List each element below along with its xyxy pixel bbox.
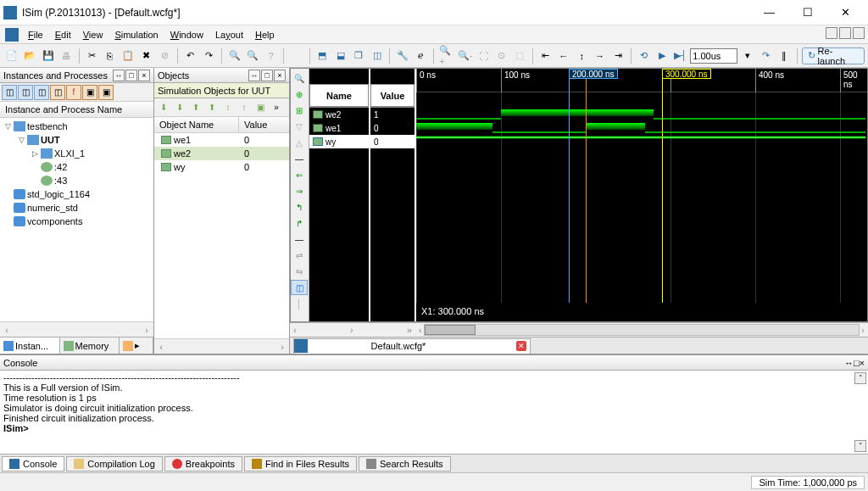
zoom-cursor-button[interactable]: ⊙ bbox=[493, 47, 509, 64]
menu-edit[interactable]: Edit bbox=[49, 28, 77, 42]
scroll-right-icon[interactable]: › bbox=[350, 325, 353, 335]
obj-filter-6-icon[interactable]: ↕ bbox=[236, 100, 252, 115]
tab-find-in-files[interactable]: Find in Files Results bbox=[244, 456, 357, 471]
wave-prev-trans-icon[interactable]: ↰ bbox=[291, 199, 308, 215]
scroll-end-icon[interactable]: » bbox=[407, 325, 412, 335]
cursor-line-blue[interactable] bbox=[569, 79, 570, 303]
wave-name-header[interactable]: Name bbox=[309, 84, 369, 108]
tree-item[interactable]: vcomponents bbox=[0, 215, 153, 228]
close-button[interactable]: ✕ bbox=[826, 1, 865, 25]
new-button[interactable]: 📄 bbox=[3, 47, 19, 64]
wave-snap-icon[interactable]: ◫ bbox=[291, 280, 308, 295]
filter-6-icon[interactable]: ▣ bbox=[82, 85, 97, 100]
wave-measure2-icon[interactable]: ⇆ bbox=[291, 264, 308, 279]
obj-filter-5-icon[interactable]: ↕ bbox=[220, 100, 236, 115]
panel-nav-prev-icon[interactable]: ↔ bbox=[113, 70, 125, 81]
objects-hscroll[interactable]: ‹› bbox=[154, 338, 289, 354]
cursor-marker-yellow[interactable]: 300.000 ns bbox=[662, 69, 711, 79]
col-object-name[interactable]: Object Name bbox=[154, 117, 239, 132]
cursor-line-orange[interactable] bbox=[586, 69, 587, 303]
copy-button[interactable]: ⎘ bbox=[102, 47, 118, 64]
scroll-left-icon[interactable]: ‹ bbox=[293, 325, 297, 335]
break-button[interactable]: ‖ bbox=[776, 47, 792, 64]
cursor-marker-blue[interactable]: 200.000 ns bbox=[569, 69, 618, 79]
tab-breakpoints[interactable]: Breakpoints bbox=[164, 456, 242, 471]
wave-measure-icon[interactable]: ⇄ bbox=[291, 248, 308, 263]
instances-column-header[interactable]: Instance and Process Name bbox=[0, 102, 153, 118]
wave-next-trans-icon[interactable]: ↱ bbox=[291, 215, 308, 231]
obj-filter-4-icon[interactable]: ⬆ bbox=[204, 100, 220, 115]
mdi-restore-icon[interactable] bbox=[839, 27, 851, 39]
cancel-button[interactable]: ⊘ bbox=[157, 47, 173, 64]
wave-cursor-icon[interactable]: │ bbox=[291, 296, 308, 311]
object-row[interactable]: we10 bbox=[154, 133, 289, 147]
zoom-out-button[interactable]: 🔍- bbox=[457, 47, 474, 64]
tab-close-icon[interactable]: ✕ bbox=[516, 341, 526, 351]
window-tile-v-icon[interactable]: ⬓ bbox=[332, 47, 348, 64]
tree-item[interactable]: ▷XLXI_1 bbox=[0, 147, 153, 160]
wave-collapse-icon[interactable]: △ bbox=[291, 135, 308, 150]
console-scroll-down-icon[interactable]: ˅ bbox=[854, 440, 866, 452]
mdi-minimize-icon[interactable] bbox=[826, 27, 837, 39]
tree-item[interactable]: numeric_std bbox=[0, 201, 153, 215]
go-cursor-button[interactable]: ↕ bbox=[574, 47, 590, 64]
run-time-input[interactable] bbox=[690, 48, 737, 64]
wave-addsig-icon[interactable]: ⊞ bbox=[291, 103, 308, 118]
cursor-line-yellow[interactable] bbox=[662, 69, 663, 303]
obj-filter-7-icon[interactable]: ▣ bbox=[253, 100, 268, 115]
wave-signal-name[interactable]: we2 bbox=[309, 108, 369, 121]
wave-ruler[interactable]: 0 ns100 ns200 ns300 ns400 ns500 ns bbox=[416, 69, 867, 92]
plot-scroll-left-icon[interactable]: ‹ bbox=[419, 325, 422, 335]
go-fwd-button[interactable]: → bbox=[592, 47, 608, 64]
find-button[interactable]: 🔍 bbox=[226, 47, 242, 64]
restart-button[interactable]: ⟲ bbox=[636, 47, 652, 64]
redo-button[interactable]: ↷ bbox=[200, 47, 216, 64]
tab-search-results[interactable]: Search Results bbox=[359, 456, 451, 471]
wave-addgroup-icon[interactable]: ⊕ bbox=[291, 86, 308, 102]
plot-scrollbar[interactable] bbox=[424, 324, 860, 336]
wave-value-header[interactable]: Value bbox=[370, 84, 415, 108]
wave-goto-next-icon[interactable]: ⇒ bbox=[291, 183, 308, 198]
menu-file[interactable]: File bbox=[22, 28, 49, 42]
tree-item[interactable]: ▽UUT bbox=[0, 133, 153, 147]
open-button[interactable]: 📂 bbox=[21, 47, 37, 64]
maximize-button[interactable]: ☐ bbox=[788, 1, 826, 25]
go-back-button[interactable]: ← bbox=[555, 47, 571, 64]
filter-1-icon[interactable]: ◫ bbox=[2, 85, 17, 100]
wave-expand-icon[interactable]: ▽ bbox=[291, 119, 308, 134]
console-nav-icon[interactable]: ↔ bbox=[844, 358, 854, 368]
panel-float-icon[interactable]: □ bbox=[261, 70, 273, 81]
wave-signal-name[interactable]: wy bbox=[309, 135, 369, 148]
menu-view[interactable]: View bbox=[77, 28, 109, 42]
wave-signal-value[interactable]: 0 bbox=[370, 121, 415, 135]
step-button[interactable]: ↷ bbox=[758, 47, 774, 64]
window-tile-h-icon[interactable]: ⬒ bbox=[314, 47, 331, 64]
panel-float-icon[interactable]: □ bbox=[125, 70, 137, 81]
time-dropdown-button[interactable]: ▾ bbox=[739, 47, 755, 64]
zoom-fit-button[interactable]: ⛶ bbox=[475, 47, 491, 64]
menu-help[interactable]: Help bbox=[249, 28, 281, 42]
help-button[interactable]: ? bbox=[263, 47, 279, 64]
mdi-close-icon[interactable] bbox=[853, 27, 865, 39]
menu-layout[interactable]: Layout bbox=[209, 28, 249, 42]
filter-2-icon[interactable]: ◫ bbox=[18, 85, 33, 100]
wave-signal-value[interactable]: 1 bbox=[370, 108, 415, 121]
panel-nav-icon[interactable]: ↔ bbox=[248, 70, 260, 81]
find-files-button[interactable]: 🔍 bbox=[244, 47, 260, 64]
run-for-button[interactable]: ▶┤ bbox=[672, 47, 688, 64]
tree-item[interactable]: :43 bbox=[0, 174, 153, 187]
wave-search-icon[interactable]: 🔍 bbox=[291, 70, 308, 86]
cut-button[interactable]: ✂ bbox=[84, 47, 100, 64]
menu-simulation[interactable]: Simulation bbox=[108, 28, 164, 42]
filter-7-icon[interactable]: ▣ bbox=[98, 85, 114, 100]
plot-scroll-right-icon[interactable]: › bbox=[861, 325, 865, 335]
tree-item[interactable]: std_logic_1164 bbox=[0, 187, 153, 201]
window-cascade-icon[interactable]: ❐ bbox=[350, 47, 366, 64]
menu-window[interactable]: Window bbox=[164, 28, 209, 42]
run-all-button[interactable]: ▶ bbox=[654, 47, 670, 64]
delete-button[interactable]: ✖ bbox=[138, 47, 154, 64]
go-start-button[interactable]: ⇤ bbox=[537, 47, 554, 64]
window-float-icon[interactable]: ◫ bbox=[369, 47, 385, 64]
whats-this-button[interactable]: ℯ bbox=[413, 47, 429, 64]
object-row[interactable]: wy0 bbox=[154, 160, 289, 174]
